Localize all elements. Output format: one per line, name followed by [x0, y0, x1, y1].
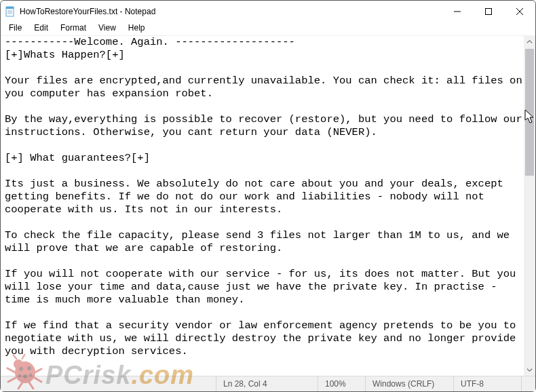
menu-help[interactable]: Help — [123, 22, 151, 33]
window-controls — [442, 1, 535, 22]
close-button[interactable] — [504, 1, 535, 22]
menu-view[interactable]: View — [93, 22, 121, 33]
status-line-ending: Windows (CRLF) — [365, 376, 453, 391]
minimize-button[interactable] — [442, 1, 473, 22]
title-bar: HowToRestoreYourFiles.txt - Notepad — [1, 1, 535, 22]
scroll-up-button[interactable] — [524, 36, 535, 47]
status-zoom: 100% — [318, 376, 365, 391]
notepad-window: HowToRestoreYourFiles.txt - Notepad File… — [0, 0, 536, 392]
menu-edit[interactable]: Edit — [28, 22, 54, 33]
text-editor[interactable]: -----------Welcome. Again. -------------… — [1, 36, 524, 376]
vertical-scrollbar[interactable] — [524, 36, 535, 376]
scroll-down-button[interactable] — [524, 364, 535, 376]
status-pad — [521, 376, 535, 391]
status-encoding: UTF-8 — [453, 376, 521, 391]
menu-format[interactable]: Format — [55, 22, 92, 33]
svg-rect-6 — [486, 8, 492, 14]
window-title: HowToRestoreYourFiles.txt - Notepad — [20, 7, 442, 16]
status-bar: Ln 28, Col 4 100% Windows (CRLF) UTF-8 — [1, 376, 535, 391]
menu-bar: File Edit Format View Help — [1, 22, 535, 35]
maximize-button[interactable] — [473, 1, 504, 22]
svg-rect-1 — [6, 7, 14, 9]
menu-file[interactable]: File — [3, 22, 27, 33]
status-caret-position: Ln 28, Col 4 — [216, 376, 318, 391]
scrollbar-thumb[interactable] — [525, 49, 534, 176]
editor-area: -----------Welcome. Again. -------------… — [1, 35, 535, 376]
notepad-icon — [1, 1, 20, 22]
scrollbar-track[interactable] — [524, 47, 535, 364]
status-spacer — [1, 376, 216, 391]
